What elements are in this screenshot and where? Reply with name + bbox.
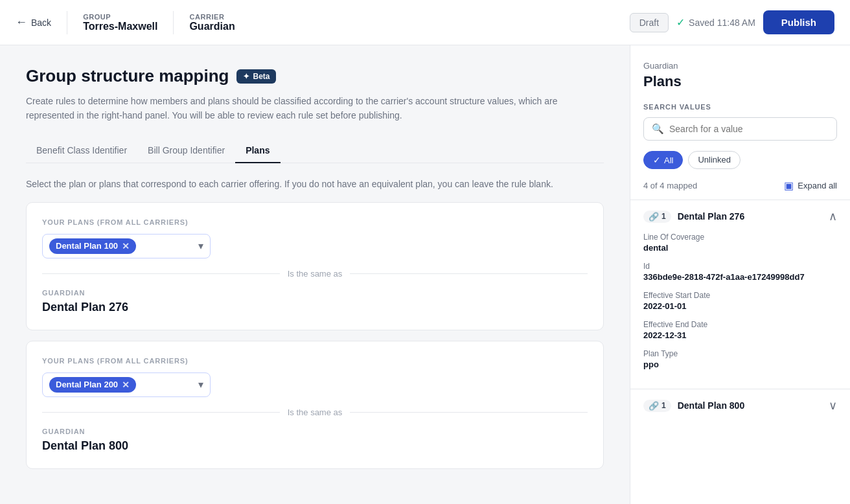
header-divider <box>67 11 67 34</box>
plan-chip-1: Dental Plan 100 ✕ <box>49 238 136 254</box>
plan-type-value: ppo <box>643 360 837 369</box>
chevron-up-button-1[interactable]: ∧ <box>829 209 837 223</box>
your-plans-label-2: YOUR PLANS (FROM ALL CARRIERS) <box>42 357 588 365</box>
tab-benefit-class[interactable]: Benefit Class Identifier <box>26 139 137 163</box>
publish-button[interactable]: Publish <box>763 10 834 34</box>
beta-star-icon: ✦ <box>243 72 249 81</box>
back-button[interactable]: ← Back <box>16 16 51 29</box>
carrier-name: Guardian <box>189 21 235 32</box>
link-count-2: 1 <box>661 401 666 410</box>
right-panel: Guardian Plans SEARCH VALUES 🔍 ✓ All Unl… <box>630 45 850 504</box>
expand-all-label: Expand all <box>798 181 837 190</box>
page-title-row: Group structure mapping ✦ Beta <box>26 66 604 86</box>
plan-item-header-2[interactable]: 🔗 1 Dental Plan 800 ∨ <box>630 389 850 422</box>
guardian-label-1: GUARDIAN <box>42 289 588 297</box>
link-icon-2: 🔗 <box>649 401 659 411</box>
id-value: 336bde9e-2818-472f-a1aa-e17249998dd7 <box>643 272 837 282</box>
expand-icon: ▣ <box>784 179 794 192</box>
page-title: Group structure mapping <box>26 66 229 86</box>
plan-item-2: 🔗 1 Dental Plan 800 ∨ <box>630 389 850 422</box>
chip-remove-2[interactable]: ✕ <box>122 380 130 390</box>
link-count-1: 1 <box>661 212 666 221</box>
mapped-row: 4 of 4 mapped ▣ Expand all <box>630 179 850 200</box>
is-same-as-2: Is the same as <box>42 407 588 417</box>
pill-check-icon: ✓ <box>653 155 661 165</box>
carrier-label: CARRIER <box>189 13 235 21</box>
line-of-coverage-label: Line Of Coverage <box>643 233 837 242</box>
guardian-label-2: GUARDIAN <box>42 428 588 435</box>
draft-badge: Draft <box>630 13 669 32</box>
effective-end-label: Effective End Date <box>643 320 837 329</box>
plan-item-left-2: 🔗 1 Dental Plan 800 <box>643 400 744 412</box>
header-right: Draft ✓ Saved 11:48 AM Publish <box>630 10 834 34</box>
right-header: Guardian Plans SEARCH VALUES 🔍 ✓ All Unl… <box>630 45 850 169</box>
header-divider-2 <box>173 11 174 34</box>
guardian-plan-name-2: Dental Plan 800 <box>42 439 588 453</box>
back-label: Back <box>31 17 51 28</box>
main-layout: Group structure mapping ✦ Beta Create ru… <box>0 45 850 504</box>
link-badge-2: 🔗 1 <box>643 400 671 412</box>
detail-line-of-coverage: Line Of Coverage dental <box>643 233 837 253</box>
check-icon: ✓ <box>676 16 685 29</box>
is-same-as-text-2: Is the same as <box>288 407 343 417</box>
select-arrow-icon-2: ▾ <box>198 378 203 391</box>
beta-label: Beta <box>253 72 270 81</box>
tab-bill-group[interactable]: Bill Group Identifier <box>137 139 235 163</box>
plans-list: 🔗 1 Dental Plan 276 ∧ Line Of Coverage d… <box>630 200 850 422</box>
detail-id: Id 336bde9e-2818-472f-a1aa-e17249998dd7 <box>643 262 837 282</box>
filter-unlinked[interactable]: Unlinked <box>688 151 741 169</box>
detail-effective-end: Effective End Date 2022-12-31 <box>643 320 837 340</box>
right-carrier-label: Guardian <box>643 61 837 71</box>
id-label: Id <box>643 262 837 271</box>
plan-details-1: Line Of Coverage dental Id 336bde9e-2818… <box>630 233 850 389</box>
effective-start-label: Effective Start Date <box>643 291 837 300</box>
back-arrow-icon: ← <box>16 16 27 29</box>
guardian-plan-name-1: Dental Plan 276 <box>42 301 588 314</box>
rule-card-2: YOUR PLANS (FROM ALL CARRIERS) Dental Pl… <box>26 341 604 469</box>
plan-chip-label-2: Dental Plan 200 <box>56 380 118 389</box>
filter-unlinked-label: Unlinked <box>698 155 731 165</box>
right-panel-title: Plans <box>643 73 837 90</box>
group-meta: GROUP Torres-Maxwell <box>83 13 157 32</box>
filter-pills: ✓ All Unlinked <box>643 151 837 169</box>
carrier-meta: CARRIER Guardian <box>189 13 235 32</box>
line-of-coverage-value: dental <box>643 243 837 253</box>
filter-all-label: All <box>664 155 673 165</box>
beta-badge: ✦ Beta <box>236 69 276 84</box>
tab-plans[interactable]: Plans <box>235 139 280 163</box>
is-same-as-1: Is the same as <box>42 269 588 279</box>
detail-plan-type: Plan Type ppo <box>643 349 837 369</box>
filter-all[interactable]: ✓ All <box>643 151 683 169</box>
tabs-bar: Benefit Class Identifier Bill Group Iden… <box>26 139 604 163</box>
chip-remove-1[interactable]: ✕ <box>122 241 130 251</box>
is-same-as-text-1: Is the same as <box>288 269 343 279</box>
saved-text: Saved 11:48 AM <box>689 17 755 28</box>
plan-select-1[interactable]: Dental Plan 100 ✕ ▾ <box>42 234 211 258</box>
effective-end-value: 2022-12-31 <box>643 330 837 340</box>
rule-card-1: YOUR PLANS (FROM ALL CARRIERS) Dental Pl… <box>26 202 604 330</box>
mapped-count: 4 of 4 mapped <box>643 181 697 190</box>
page-description: Create rules to determine how members an… <box>26 94 604 123</box>
search-icon: 🔍 <box>652 123 664 135</box>
link-icon-1: 🔗 <box>649 212 659 222</box>
plan-item-1: 🔗 1 Dental Plan 276 ∧ Line Of Coverage d… <box>630 200 850 389</box>
header: ← Back GROUP Torres-Maxwell CARRIER Guar… <box>0 0 850 45</box>
plan-item-left-1: 🔗 1 Dental Plan 276 <box>643 211 744 223</box>
search-box: 🔍 <box>643 117 837 141</box>
plan-type-label: Plan Type <box>643 349 837 358</box>
select-arrow-icon-1: ▾ <box>198 240 203 252</box>
group-name: Torres-Maxwell <box>83 21 157 32</box>
effective-start-value: 2022-01-01 <box>643 301 837 311</box>
your-plans-label-1: YOUR PLANS (FROM ALL CARRIERS) <box>42 218 588 226</box>
saved-status: ✓ Saved 11:48 AM <box>676 16 755 29</box>
plan-chip-label-1: Dental Plan 100 <box>56 241 118 251</box>
search-values-label: SEARCH VALUES <box>643 103 837 111</box>
expand-all-button[interactable]: ▣ Expand all <box>784 179 837 192</box>
group-label: GROUP <box>83 13 157 21</box>
chevron-down-button-2[interactable]: ∨ <box>829 398 837 413</box>
tab-description: Select the plan or plans that correspond… <box>26 179 604 189</box>
plan-select-2[interactable]: Dental Plan 200 ✕ ▾ <box>42 372 211 397</box>
search-input[interactable] <box>669 124 829 134</box>
plan-item-name-2: Dental Plan 800 <box>678 400 745 411</box>
plan-item-header-1[interactable]: 🔗 1 Dental Plan 276 ∧ <box>630 200 850 233</box>
